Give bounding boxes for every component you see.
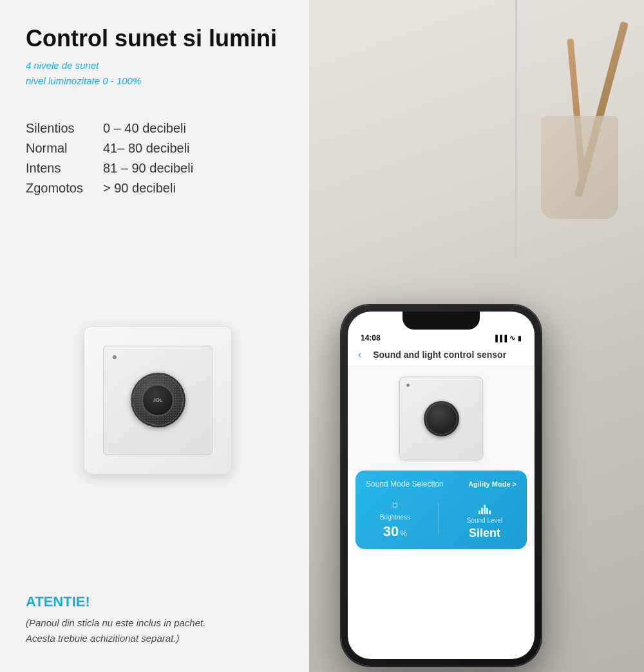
levels-section: Silentios 0 – 40 decibeli Normal 41– 80 … [26,121,290,201]
status-time: 14:08 [361,333,381,342]
subtitle: 4 nivele de sunet nivel luminozitate 0 -… [26,58,290,89]
phone-outer: 14:08 ▐▐▐ ∿ ▮ ‹ Sound and light control … [341,305,541,666]
phone-device-frame [399,377,483,460]
control-divider [438,503,439,535]
sound-bar-2 [481,508,483,514]
level-row-3: Intens 81 – 90 decibeli [26,161,290,176]
sound-mode-label: Sound Mode Selection [366,480,444,489]
brightness-icon: ☼ [390,498,401,511]
level-row-2: Normal 41– 80 decibeli [26,141,290,156]
level-name-1: Silentios [26,121,103,136]
page-container: Control sunet si lumini 4 nivele de sune… [0,0,644,672]
sound-block: Sound Level Silent [467,503,503,540]
sound-bar-1 [478,510,480,514]
back-button[interactable]: ‹ [358,349,361,360]
title-section: Control sunet si lumini 4 nivele de sune… [26,26,290,89]
phone-mockup: 14:08 ▐▐▐ ∿ ▮ ‹ Sound and light control … [341,305,541,666]
control-panel-header: Sound Mode Selection Agility Mode > [366,480,516,489]
device-logo: JBL [153,397,162,403]
sound-level-icon [478,503,491,514]
cloth-decoration [541,116,618,219]
device-sensor-circle: JBL [131,373,185,427]
brightness-unit: % [400,529,407,538]
phone-device-area [348,366,535,471]
phone-device-dot [406,384,410,387]
device-dot-indicator [113,355,117,359]
status-bar: 14:08 ▐▐▐ ∿ ▮ [348,330,535,345]
attention-text: (Panoul din sticla nu este inclus in pac… [26,615,290,646]
status-icons: ▐▐▐ ∿ ▮ [493,334,522,342]
sound-level-value: Silent [469,527,500,540]
brightness-value: 30 [383,523,399,540]
phone-device-circle [424,401,459,436]
sound-bar-4 [486,508,488,514]
wifi-icon: ∿ [509,334,515,342]
sound-bar-3 [484,505,486,514]
level-name-3: Intens [26,161,103,176]
device-frame: JBL [84,326,232,474]
attention-section: ATENTIE! (Panoul din sticla nu este incl… [26,581,290,646]
level-row-1: Silentios 0 – 40 decibeli [26,121,290,136]
agility-mode-label[interactable]: Agility Mode > [468,480,516,488]
right-panel: 14:08 ▐▐▐ ∿ ▮ ‹ Sound and light control … [309,0,644,672]
phone-notch [402,312,480,330]
phone-screen: 14:08 ▐▐▐ ∿ ▮ ‹ Sound and light control … [348,312,535,659]
app-header: ‹ Sound and light control sensor [348,345,535,366]
control-panel-values: ☼ Brightness 30 % [366,498,516,540]
sound-bar-5 [489,510,491,514]
app-header-title: Sound and light control sensor [368,350,511,360]
signal-icon: ▐▐▐ [493,335,507,342]
brightness-block: ☼ Brightness 30 % [380,498,410,540]
device-container: JBL [26,227,290,574]
subtitle-line1: 4 nivele de sunet [26,58,290,73]
battery-icon: ▮ [518,335,522,342]
device-inner-frame: JBL [103,346,213,455]
level-value-4: > 90 decibeli [103,181,176,196]
level-value-2: 41– 80 decibeli [103,141,190,156]
control-panel: Sound Mode Selection Agility Mode > ☼ Br… [355,471,527,549]
main-title: Control sunet si lumini [26,26,290,51]
subtitle-line2: nivel luminozitate 0 - 100% [26,73,290,89]
level-name-2: Normal [26,141,103,156]
attention-title: ATENTIE! [26,593,290,610]
level-value-1: 0 – 40 decibeli [103,121,186,136]
level-value-3: 81 – 90 decibeli [103,161,193,176]
left-panel: Control sunet si lumini 4 nivele de sune… [0,0,309,672]
sound-level-label: Sound Level [467,517,503,524]
device-circle-inner: JBL [142,384,174,416]
level-row-4: Zgomotos > 90 decibeli [26,181,290,196]
brightness-label: Brightness [380,514,410,521]
level-name-4: Zgomotos [26,181,103,196]
